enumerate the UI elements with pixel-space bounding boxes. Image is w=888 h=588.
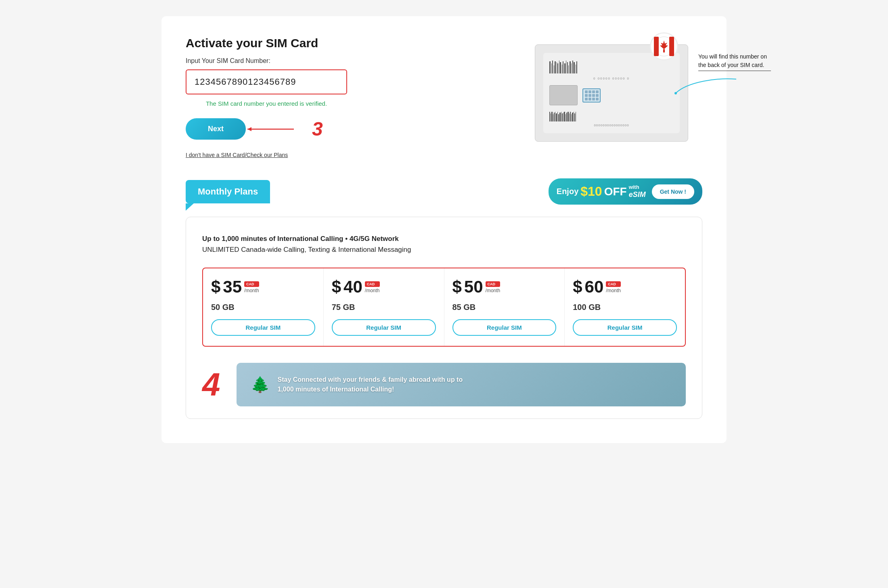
- get-now-button[interactable]: Get Now !: [652, 184, 694, 199]
- plan-item-4: $ 60 CAD /month 100 GB Regular SIM: [565, 268, 685, 346]
- price-row-4: $ 60 CAD /month: [573, 278, 677, 295]
- next-row: Next 3: [186, 118, 396, 140]
- plan-item-1: $ 35 CAD /month 50 GB Regular SIM: [203, 268, 324, 346]
- svg-rect-5: [663, 49, 665, 52]
- feature-line1: Up to 1,000 minutes of International Cal…: [202, 235, 399, 243]
- annotation-text: You will find this number on the back of…: [698, 52, 771, 71]
- step-3-number: 3: [312, 119, 323, 139]
- pricing-grid: $ 35 CAD /month 50 GB Regular SIM $ 40 C…: [202, 268, 686, 347]
- esim-off: OFF: [604, 185, 627, 198]
- plan-features: Up to 1,000 minutes of International Cal…: [202, 233, 686, 255]
- data-amount-4: 100 GB: [573, 303, 677, 312]
- regular-sim-btn-4[interactable]: Regular SIM: [573, 319, 677, 336]
- svg-rect-4: [669, 37, 674, 56]
- data-amount-3: 85 GB: [452, 303, 557, 312]
- annotation-arrow: [672, 69, 752, 101]
- canada-flag: [650, 32, 678, 61]
- sim-card-inner: 0 00000 00000 0: [543, 53, 680, 133]
- sim-input[interactable]: [195, 77, 338, 87]
- regular-sim-btn-1[interactable]: Regular SIM: [211, 319, 315, 336]
- page-container: Activate your SIM Card Input Your SIM Ca…: [161, 16, 727, 443]
- next-button[interactable]: Next: [186, 118, 246, 140]
- esim-discount: $10: [580, 184, 602, 199]
- left-form: Activate your SIM Card Input Your SIM Ca…: [186, 36, 396, 158]
- price-row-2: $ 40 CAD /month: [332, 278, 436, 295]
- bottom-row: 4 🌲 Stay Connected with your friends & f…: [202, 363, 686, 406]
- cad-badge-3: CAD: [486, 281, 501, 287]
- svg-marker-1: [247, 127, 251, 131]
- step-4-number: 4: [202, 368, 220, 401]
- plans-card: Up to 1,000 minutes of International Cal…: [186, 217, 702, 419]
- svg-rect-3: [654, 37, 659, 56]
- price-row-1: $ 35 CAD /month: [211, 278, 315, 295]
- price-row-3: $ 50 CAD /month: [452, 278, 557, 295]
- sim-input-wrapper[interactable]: [186, 69, 347, 94]
- plan-item-2: $ 40 CAD /month 75 GB Regular SIM: [324, 268, 444, 346]
- promo-tree-icon: 🌲: [251, 376, 270, 393]
- annotation-container: You will find this number on the back of…: [698, 52, 771, 71]
- promo-text: Stay Connected with your friends & famil…: [278, 375, 463, 394]
- per-month-2: /month: [365, 288, 380, 293]
- next-btn-container: Next: [186, 118, 300, 140]
- per-month-1: /month: [244, 288, 259, 293]
- top-section: Activate your SIM Card Input Your SIM Ca…: [186, 36, 702, 158]
- per-month-3: /month: [486, 288, 501, 293]
- arrow-to-button: [247, 127, 300, 132]
- cad-badge-1: CAD: [244, 281, 259, 287]
- cad-badge-2: CAD: [365, 281, 380, 287]
- promo-banner: 🌲 Stay Connected with your friends & fam…: [237, 363, 686, 406]
- no-sim-link[interactable]: I don't have a SIM Card/Check our Plans: [186, 152, 396, 158]
- input-label: Input Your SIM Card Number:: [186, 57, 396, 65]
- badge-tail: [186, 203, 194, 211]
- per-month-4: /month: [606, 288, 621, 293]
- esim-banner: Enjoy $10 OFF with eSIM Get Now !: [549, 178, 702, 205]
- monthly-plans-badge-wrapper: Monthly Plans: [186, 180, 270, 203]
- regular-sim-btn-3[interactable]: Regular SIM: [452, 319, 557, 336]
- cad-badge-4: CAD: [606, 281, 621, 287]
- esim-with-label: with eSIM: [629, 184, 646, 199]
- monthly-plans-badge: Monthly Plans: [186, 180, 270, 203]
- data-amount-2: 75 GB: [332, 303, 436, 312]
- verified-text: The SIM card number you entered is verif…: [186, 100, 347, 107]
- sim-illustration: 0 00000 00000 0: [521, 36, 702, 142]
- feature-line2: UNLIMITED Canada-wide Calling, Texting &…: [202, 244, 686, 255]
- plan-item-3: $ 50 CAD /month 85 GB Regular SIM: [444, 268, 565, 346]
- svg-point-6: [674, 92, 677, 94]
- data-amount-1: 50 GB: [211, 303, 315, 312]
- regular-sim-btn-2[interactable]: Regular SIM: [332, 319, 436, 336]
- plans-header-row: Monthly Plans Enjoy $10 OFF with eSIM Ge…: [186, 178, 702, 205]
- esim-enjoy: Enjoy: [557, 187, 578, 196]
- page-title: Activate your SIM Card: [186, 36, 396, 50]
